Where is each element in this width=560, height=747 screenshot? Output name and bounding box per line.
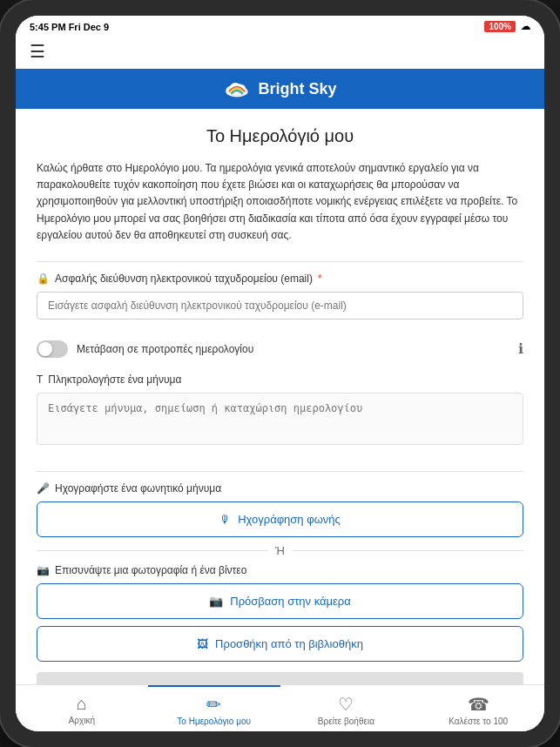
nav-item-diary[interactable]: ✏ Το Ημερολόγιο μου [148,685,280,731]
page-content: Το Ημερολόγιό μου Καλώς ήρθατε στο Ημερο… [16,109,544,684]
library-button[interactable]: 🖼 Προσθήκη από τη βιβλιοθήκη [37,626,523,662]
tablet-screen: 5:45 PM Fri Dec 9 100% ☁ ☰ [16,16,544,731]
email-label: 🔒 Ασφαλής διεύθυνση ηλεκτρονικού ταχυδρο… [37,273,523,285]
submit-button[interactable]: Υποβολή καταχώρισης [37,672,523,684]
divider-2 [37,471,523,472]
cloud-status-icon: ☁ [521,21,530,32]
battery-indicator: 100% [484,21,516,32]
app-header: Bright Sky [16,69,544,109]
email-section: 🔒 Ασφαλής διεύθυνση ηλεκτρονικού ταχυδρο… [37,273,523,328]
toggle-left: Μετάβαση σε προτροπές ημερολογίου [37,340,253,358]
home-icon: ⌂ [77,694,87,714]
camera-button[interactable]: 📷 Πρόσβαση στην κάμερα [37,583,523,619]
bottom-nav: ⌂ Αρχική ✏ Το Ημερολόγιο μου ♡ Βρείτε βο… [16,684,544,731]
toggle-row: Μετάβαση σε προτροπές ημερολογίου ℹ [37,333,523,365]
mic-button-icon: 🎙 [219,513,231,526]
nav-item-home[interactable]: ⌂ Αρχική [16,685,148,731]
diary-prompts-toggle[interactable] [37,340,68,358]
page-title: Το Ημερολόγιό μου [37,126,523,146]
photo-label: 📷 Επισυνάψτε μια φωτογραφία ή ένα βίντεο [37,564,523,576]
hamburger-menu-icon[interactable]: ☰ [30,41,45,62]
status-bar: 5:45 PM Fri Dec 9 100% ☁ [16,16,544,36]
nav-help-label: Βρείτε βοήθεια [318,717,374,726]
library-button-icon: 🖼 [197,637,208,650]
help-icon: ♡ [338,694,354,715]
email-input[interactable] [37,292,523,320]
nav-call-label: Καλέστε το 100 [449,717,508,726]
or-divider: Ή [37,544,523,557]
intro-text: Καλώς ήρθατε στο Ημερολόγιο μου. Τα ημερ… [37,160,523,244]
status-right: 100% ☁ [484,21,530,32]
lock-icon: 🔒 [37,273,50,285]
mic-icon: 🎤 [37,482,50,495]
voice-section: 🎤 Ηχογραφήστε ένα φωνητικό μήνυμα 🎙 Ηχογ… [37,482,523,537]
message-section: T Πληκτρολογήστε ένα μήνυμα [37,374,523,461]
content-area[interactable]: Το Ημερολόγιό μου Καλώς ήρθατε στο Ημερο… [16,109,544,684]
tablet-frame: 5:45 PM Fri Dec 9 100% ☁ ☰ [0,0,560,747]
message-textarea[interactable] [37,393,523,445]
message-label: T Πληκτρολογήστε ένα μήνυμα [37,374,523,386]
call-icon: ☎ [468,694,489,715]
photo-icon: 📷 [37,564,50,576]
nav-item-call[interactable]: ☎ Καλέστε το 100 [412,685,544,731]
info-icon[interactable]: ℹ [518,340,523,357]
photo-section: 📷 Επισυνάψτε μια φωτογραφία ή ένα βίντεο… [37,564,523,662]
voice-label: 🎤 Ηχογραφήστε ένα φωνητικό μήνυμα [37,482,523,495]
nav-diary-label: Το Ημερολόγιο μου [177,717,251,726]
text-icon: T [37,374,43,386]
nav-home-label: Αρχική [69,716,95,725]
nav-item-help[interactable]: ♡ Βρείτε βοήθεια [280,685,413,731]
divider-1 [37,261,523,262]
status-time: 5:45 PM Fri Dec 9 [30,22,109,32]
camera-button-icon: 📷 [209,595,223,608]
record-voice-button[interactable]: 🎙 Ηχογράφηση φωνής [37,501,523,537]
cloud-logo-icon [223,79,251,98]
app-name: Bright Sky [258,80,336,98]
app-logo: Bright Sky [223,79,336,98]
diary-icon: ✏ [206,694,221,715]
required-star: * [318,273,322,285]
toggle-label: Μετάβαση σε προτροπές ημερολογίου [77,343,253,355]
nav-bar: ☰ [16,36,544,69]
